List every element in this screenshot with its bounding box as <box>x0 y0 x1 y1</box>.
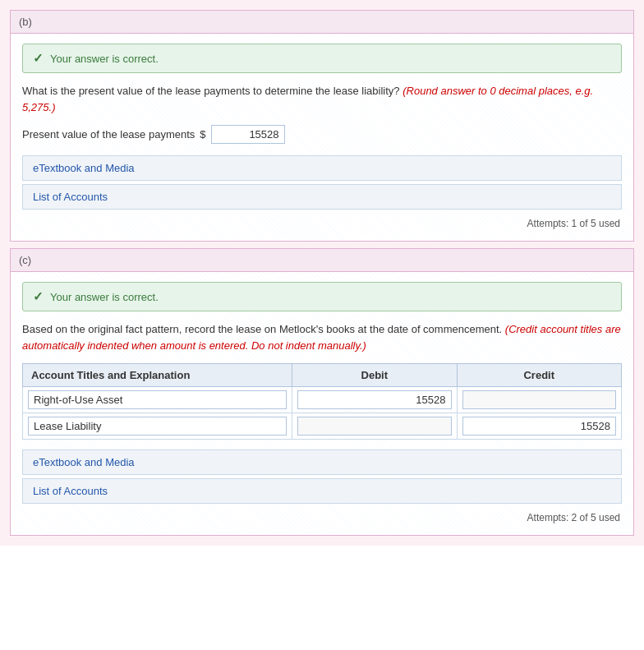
question-text-b: What is the present value of the lease p… <box>22 83 622 115</box>
credit-input[interactable] <box>462 417 616 436</box>
present-value-row: Present value of the lease payments $ <box>22 125 622 144</box>
etextbook-link-b[interactable]: eTextbook and Media <box>22 155 622 181</box>
table-header-row: Account Titles and Explanation Debit Cre… <box>23 364 622 387</box>
debit-input[interactable] <box>297 390 451 409</box>
col-credit: Credit <box>457 364 621 387</box>
account-cell <box>23 413 292 440</box>
debit-cell <box>292 387 457 413</box>
section-b-body: ✓ Your answer is correct. What is the pr… <box>11 34 633 241</box>
section-b-header: (b) <box>11 11 633 34</box>
credit-cell <box>457 387 621 413</box>
correct-banner-c: ✓ Your answer is correct. <box>22 282 622 311</box>
table-row <box>23 387 622 413</box>
credit-cell <box>457 413 621 440</box>
credit-input[interactable] <box>462 390 616 409</box>
account-cell <box>23 387 292 413</box>
attempts-b: Attempts: 1 of 5 used <box>22 213 622 231</box>
attempts-c: Attempts: 2 of 5 used <box>22 507 622 525</box>
section-b: (b) ✓ Your answer is correct. What is th… <box>10 10 634 242</box>
debit-input[interactable] <box>297 417 451 436</box>
present-value-input[interactable] <box>211 125 285 144</box>
list-of-accounts-link-c[interactable]: List of Accounts <box>22 478 622 504</box>
col-account: Account Titles and Explanation <box>23 364 292 387</box>
section-c: (c) ✓ Your answer is correct. Based on t… <box>10 248 634 536</box>
section-c-header: (c) <box>11 249 633 272</box>
section-c-body: ✓ Your answer is correct. Based on the o… <box>11 272 633 535</box>
check-icon-c: ✓ <box>33 289 44 304</box>
account-input[interactable] <box>28 417 287 436</box>
correct-banner-b: ✓ Your answer is correct. <box>22 44 622 73</box>
etextbook-link-c[interactable]: eTextbook and Media <box>22 449 622 475</box>
table-row <box>23 413 622 440</box>
journal-table: Account Titles and Explanation Debit Cre… <box>22 363 622 440</box>
col-debit: Debit <box>292 364 457 387</box>
question-text-c: Based on the original fact pattern, reco… <box>22 321 622 353</box>
check-icon-b: ✓ <box>33 51 44 66</box>
debit-cell <box>292 413 457 440</box>
account-input[interactable] <box>28 390 287 409</box>
list-of-accounts-link-b[interactable]: List of Accounts <box>22 184 622 210</box>
